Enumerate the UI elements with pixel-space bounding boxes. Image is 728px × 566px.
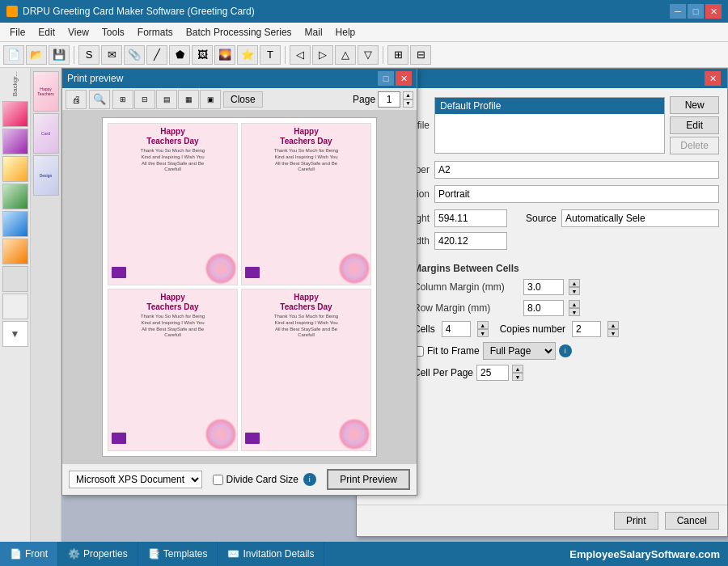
ds-profile-selected[interactable]: Default Profile — [435, 98, 664, 114]
ds-cpp-down[interactable]: ▼ — [512, 373, 523, 381]
pp-content: HappyTeachers Day Thank You So Much for … — [62, 111, 417, 463]
ds-paper-input[interactable] — [434, 161, 719, 179]
pp-zoom-btn5[interactable]: ▣ — [200, 90, 221, 109]
pp-close-btn[interactable]: ✕ — [396, 71, 412, 86]
template-1[interactable]: Happy Teachers — [33, 71, 59, 112]
ds-copies-down[interactable]: ▼ — [607, 329, 619, 337]
maximize-button[interactable]: □ — [688, 4, 704, 19]
menu-formats[interactable]: Formats — [131, 25, 180, 40]
ds-delete-btn[interactable]: Delete — [670, 137, 719, 154]
tab-templates[interactable]: 📑 Templates — [138, 542, 218, 566]
ds-copies-up[interactable]: ▲ — [607, 321, 619, 329]
template-2[interactable]: Card — [33, 113, 59, 154]
sidebar-bg-8[interactable] — [2, 294, 28, 319]
ds-col-margin-down[interactable]: ▼ — [569, 287, 580, 295]
toolbar-img[interactable]: 🖼 — [192, 45, 213, 65]
menu-file[interactable]: File — [3, 25, 32, 40]
pp-resize-btn[interactable]: □ — [378, 71, 394, 86]
tab-properties[interactable]: ⚙️ Properties — [58, 542, 138, 566]
toolbar-clip[interactable]: 📎 — [124, 45, 145, 65]
ds-width-row: Width — [365, 232, 719, 250]
pp-page-input[interactable] — [378, 91, 400, 108]
ds-row-margin-down[interactable]: ▼ — [569, 308, 580, 316]
sidebar-nav-down[interactable]: ▼ — [2, 321, 28, 347]
sidebar-bg-6[interactable] — [2, 239, 28, 264]
pp-card-1-title: HappyTeachers Day — [146, 127, 198, 146]
toolbar-s1[interactable]: S — [78, 45, 99, 65]
ds-cells-input[interactable] — [442, 321, 471, 337]
ds-close-btn[interactable]: ✕ — [705, 71, 721, 86]
divide-card-checkbox[interactable] — [213, 475, 223, 485]
ds-copies-input[interactable] — [572, 321, 601, 337]
ds-col-margin-label: Column Margin (mm) — [413, 281, 518, 293]
ds-fit-frame-select[interactable]: Full Page — [483, 342, 556, 360]
ds-cell-per-page-input[interactable] — [476, 365, 509, 381]
pp-page-nav: Page ▲ ▼ — [353, 91, 413, 108]
close-button[interactable]: ✕ — [705, 4, 722, 19]
toolbar-shape[interactable]: ⬟ — [169, 45, 190, 65]
printer-select[interactable]: Microsoft XPS Document — [69, 471, 202, 488]
ds-copies-label: Copies number — [500, 323, 565, 335]
ds-row-margin-up[interactable]: ▲ — [569, 300, 580, 308]
pp-page-up[interactable]: ▲ — [403, 91, 413, 99]
ds-height-input[interactable] — [434, 209, 507, 227]
menu-mail[interactable]: Mail — [298, 25, 329, 40]
ds-cells-down[interactable]: ▼ — [477, 329, 489, 337]
menu-help[interactable]: Help — [329, 25, 362, 40]
ds-orientation-input[interactable] — [434, 185, 719, 203]
sidebar-bg-4[interactable] — [2, 184, 28, 209]
ds-row-margin-input[interactable] — [523, 300, 564, 316]
ds-print-btn[interactable]: Print — [614, 512, 658, 530]
toolbar-new[interactable]: 📄 — [3, 45, 24, 65]
minimize-button[interactable]: ─ — [670, 4, 686, 19]
pp-print-btn[interactable]: 🖨 — [66, 90, 87, 109]
toolbar-line[interactable]: ╱ — [146, 45, 167, 65]
divide-card-info-icon[interactable]: i — [303, 473, 316, 486]
toolbar-down[interactable]: ▽ — [358, 45, 379, 65]
pp-zoom-btn1[interactable]: ⊞ — [112, 90, 133, 109]
ds-cells-up[interactable]: ▲ — [477, 321, 489, 329]
toolbar-star[interactable]: ⭐ — [237, 45, 258, 65]
ds-cpp-up[interactable]: ▲ — [512, 365, 523, 373]
toolbar-save[interactable]: 💾 — [49, 45, 70, 65]
toolbar-open[interactable]: 📂 — [26, 45, 47, 65]
template-3[interactable]: Design — [33, 155, 59, 196]
ds-source-input[interactable] — [561, 209, 719, 227]
sidebar-bg-2[interactable] — [2, 129, 28, 154]
tab-invitation[interactable]: ✉️ Invitation Details — [218, 542, 324, 566]
menu-batch-processing[interactable]: Batch Processing Series — [180, 25, 298, 40]
toolbar-right[interactable]: ▷ — [312, 45, 333, 65]
toolbar-txt[interactable]: T — [260, 45, 281, 65]
pp-card-2-title: HappyTeachers Day — [280, 127, 332, 146]
pp-zoom-btn4[interactable]: ▦ — [178, 90, 199, 109]
toolbar-up[interactable]: △ — [335, 45, 356, 65]
pp-zoom-btn3[interactable]: ▤ — [156, 90, 177, 109]
pp-page-down[interactable]: ▼ — [403, 99, 413, 108]
pp-zoom-out[interactable]: 🔍 — [89, 90, 110, 109]
ds-cancel-btn[interactable]: Cancel — [665, 512, 719, 530]
pp-close-toolbar-btn[interactable]: Close — [223, 91, 263, 108]
toolbar-grid2[interactable]: ⊟ — [410, 45, 431, 65]
ds-new-btn[interactable]: New — [670, 96, 719, 114]
sidebar-bg-5[interactable] — [2, 211, 28, 237]
menu-edit[interactable]: Edit — [32, 25, 61, 40]
toolbar-left[interactable]: ◁ — [290, 45, 311, 65]
tab-front[interactable]: 📄 Front — [0, 542, 58, 566]
pp-card-4: HappyTeachers Day Thank You So Much for … — [241, 289, 371, 451]
ds-edit-btn[interactable]: Edit — [670, 116, 719, 134]
sidebar-bg-3[interactable] — [2, 156, 28, 182]
toolbar-email[interactable]: ✉ — [101, 45, 122, 65]
menu-tools[interactable]: Tools — [95, 25, 131, 40]
toolbar-grid1[interactable]: ⊞ — [387, 45, 408, 65]
ds-col-margin-input[interactable] — [523, 279, 564, 295]
sidebar-bg-7[interactable] — [2, 266, 28, 292]
toolbar-img2[interactable]: 🌄 — [214, 45, 235, 65]
pp-zoom-btn2[interactable]: ⊟ — [134, 90, 155, 109]
print-preview-button[interactable]: Print Preview — [327, 469, 410, 490]
sidebar-bg-1[interactable] — [2, 101, 28, 127]
left-sidebar: Backgr... ▼ — [0, 68, 31, 542]
ds-col-margin-up[interactable]: ▲ — [569, 279, 580, 287]
ds-width-input[interactable] — [434, 232, 507, 250]
menu-view[interactable]: View — [61, 25, 95, 40]
fit-frame-info-icon[interactable]: i — [559, 344, 572, 357]
